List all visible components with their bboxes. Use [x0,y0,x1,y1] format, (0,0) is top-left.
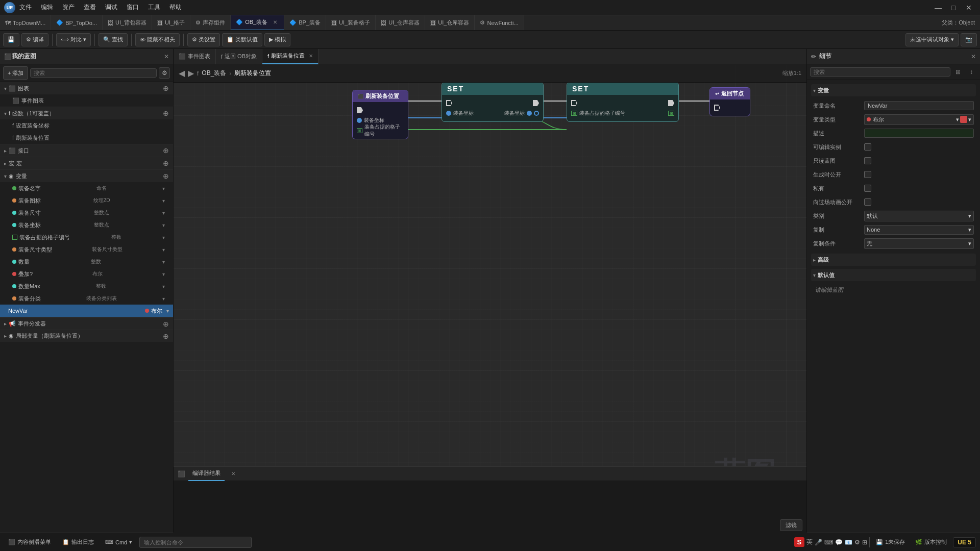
advanced-section-header[interactable]: ▸ 高级 [811,254,976,266]
lang-en[interactable]: 英 [806,538,813,546]
camera-button[interactable]: 📷 [961,33,977,46]
filter-button[interactable]: 滤镜 [780,519,802,531]
node-start[interactable]: ⬛ 刷新装备位置 装备坐标 ⊞ 装备占据的格子编号 [352,90,408,139]
nav-forward-button[interactable]: ▶ [188,68,194,78]
node-set2[interactable]: SET ⊞ 装备占据的格子编号 ⊞ [567,82,679,122]
menu-help[interactable]: 帮助 [165,2,186,13]
tab-ui-warehouse[interactable]: 🖼 UI_仓库容器 [376,15,425,31]
class-defaults-button[interactable]: 📋 类默认值 [222,33,262,46]
var-item-count-max[interactable]: 数量Max 整数 ▾ [0,280,173,292]
tab-ui-equip-grid[interactable]: 🖼 UI_装备格子 [326,15,376,31]
apps-icon[interactable]: ⊞ [862,539,867,546]
content-sidebar-button[interactable]: ⬛ 内容侧滑菜单 [4,537,55,547]
hide-button[interactable]: 👁 隐藏不相关 [135,33,180,46]
bottom-area-close[interactable]: ✕ [230,470,237,477]
menu-asset[interactable]: 资产 [58,2,79,13]
section-add-icon[interactable]: ⊕ [163,84,169,92]
cmd-button[interactable]: ⌨ Cmd ▾ [101,538,136,546]
variables-section-header[interactable]: ▾ ◉ 变量 ⊕ [0,170,173,182]
blueprint-canvas[interactable]: ◀ ▶ f OB_装备 › 刷新装备位置 缩放1:1 [174,64,806,536]
menu-view[interactable]: 查看 [80,2,100,13]
replicate-select[interactable]: None ▾ [864,225,974,235]
expose-checkbox[interactable] [864,198,871,206]
add-button[interactable]: + 添加 [3,66,28,80]
compiler-results-tab[interactable]: 编译器结果 [188,467,225,481]
tab-ob-equipment[interactable]: 🔷 OB_装备 ✕ [231,15,284,31]
cmd-input[interactable] [139,537,252,548]
compare-button[interactable]: ⟺ 对比 ▾ [56,33,91,46]
simulate-button[interactable]: ▶ 模拟 [264,33,290,46]
local-variables-section[interactable]: ▸ ◉ 局部变量（刷新装备位置） ⊕ [0,330,173,342]
left-panel-close[interactable]: ✕ [164,53,169,60]
compile-button[interactable]: ⚙ 编译 [21,33,48,46]
functions-section-header[interactable]: ▾ f 函数（1可覆盖） ⊕ [0,107,173,119]
tab-ui-warehouse2[interactable]: 🖼 UI_仓库容器 [425,15,475,31]
version-control-status[interactable]: 🌿 版本控制 [911,537,951,547]
macros-section-header[interactable]: ▸ 宏 宏 ⊕ [0,157,173,169]
type-color-picker[interactable] [960,116,967,123]
s-button[interactable]: S [794,537,805,547]
newvar-editing-row[interactable]: 布尔 ▾ [0,305,173,317]
var-item-stackable[interactable]: 叠加? 布尔 ▾ [0,268,173,280]
class-settings-button[interactable]: ⚙ 类设置 [187,33,220,46]
tab-close-ob[interactable]: ✕ [272,19,279,26]
mail-icon[interactable]: 📧 [845,539,852,546]
debug-target-dropdown[interactable]: 未选中调试对象 ▾ [905,33,959,46]
replicate-cond-select[interactable]: 无 ▾ [864,238,974,249]
canvas-tab-close[interactable]: ✕ [309,53,313,59]
tab-bp-equipment[interactable]: 🔷 BP_装备 [284,15,326,31]
category-select[interactable]: 默认 ▾ [864,211,974,221]
instance-editable-checkbox[interactable] [864,143,871,151]
var-item-size-type[interactable]: 装备尺寸类型 装备尺寸类型 ▾ [0,243,173,256]
default-value-section-header[interactable]: ▾ 默认值 [811,269,976,281]
variables-section-header[interactable]: ▾ 变量 [811,84,976,96]
var-item-count[interactable]: 数量 整数 ▾ [0,256,173,268]
node-return[interactable]: ↩ 返回节点 [709,87,750,116]
section-add-icon[interactable]: ⊕ [163,159,169,167]
minimize-button[interactable]: — [931,3,945,13]
event-dispatchers-section[interactable]: ▸ 📢 事件分发器 ⊕ [0,317,173,330]
menu-tools[interactable]: 工具 [144,2,164,13]
tab-newfunc[interactable]: ⚙ NewFuncti... [475,15,524,31]
menu-debug[interactable]: 调试 [101,2,121,13]
var-name-input[interactable] [864,101,974,110]
save-toolbar-button[interactable]: 💾 [3,33,19,46]
tree-item-set-coords[interactable]: f 设置装备坐标 [0,119,173,132]
settings-icon[interactable]: ⚙ [854,539,860,546]
tab-ui-backpack[interactable]: 🖼 UI_背包容器 [103,15,152,31]
canvas-tab-return-ob[interactable]: f 返回 OB对象 [216,49,262,64]
expand-view-icon[interactable]: ↕ [966,66,977,78]
output-log-button[interactable]: 📋 输出日志 [58,537,98,547]
var-item-equip-icon[interactable]: 装备图标 纹理2D ▾ [0,194,173,207]
private-checkbox[interactable] [864,185,871,192]
gear-button[interactable]: ⚙ [159,67,170,79]
chat-icon[interactable]: 💬 [835,539,843,546]
section-add-icon[interactable]: ⊕ [163,109,169,117]
var-item-equip-coord[interactable]: 装备坐标 整数点 ▾ [0,219,173,231]
node-set1[interactable]: SET 装备坐标 装备坐标 [442,82,544,122]
table-view-icon[interactable]: ⊞ [952,66,964,78]
graphs-section-header[interactable]: ▾ ⬛ 图表 ⊕ [0,82,173,94]
tree-item-refresh-pos[interactable]: f 刷新装备位置 [0,132,173,144]
var-item-category[interactable]: 装备分类 装备分类列表 ▾ [0,292,173,305]
spawn-public-checkbox[interactable] [864,171,871,178]
desc-input[interactable] [864,129,974,138]
search-button[interactable]: 🔍 查找 [99,33,128,46]
var-type-select[interactable]: 布尔 ▾ ▾ [864,114,974,125]
breadcrumb-ob-equipment[interactable]: OB_装备 [202,69,226,78]
mic-icon[interactable]: 🎤 [815,539,822,546]
section-add-icon[interactable]: ⊕ [163,146,169,155]
tab-ui-grid[interactable]: 🖼 UI_格子 [152,15,190,31]
readonly-bp-checkbox[interactable] [864,157,871,164]
nav-back-button[interactable]: ◀ [179,68,185,78]
tab-inventory[interactable]: ⚙ 库存组件 [190,15,231,31]
menu-edit[interactable]: 编辑 [37,2,57,13]
maximize-button[interactable]: □ [946,3,961,13]
var-item-equip-size[interactable]: 装备尺寸 整数点 ▾ [0,207,173,219]
section-add-icon[interactable]: ⊕ [163,320,169,328]
right-search-input[interactable] [810,67,950,77]
canvas-tab-event-graph[interactable]: ⬛ 事件图表 [174,49,216,64]
section-add-icon[interactable]: ⊕ [163,172,169,180]
right-panel-close[interactable]: ✕ [971,53,976,60]
left-search-input[interactable] [30,68,157,78]
